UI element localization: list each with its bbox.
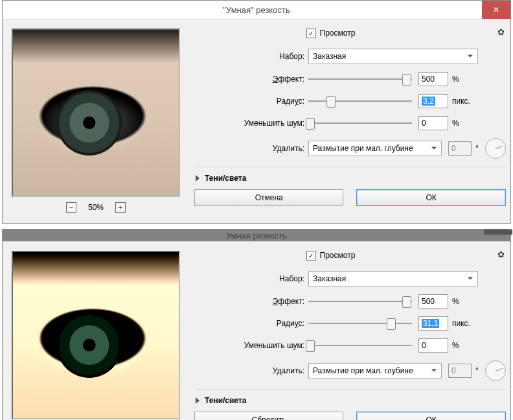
remove-label: Удалить: xyxy=(194,366,308,375)
angle-input: 0 xyxy=(448,364,472,378)
amount-input[interactable]: 500 xyxy=(418,72,448,86)
shadows-highlights-toggle[interactable]: Тени/света xyxy=(196,396,506,405)
angle-unit: ° xyxy=(475,144,479,153)
slider-thumb[interactable] xyxy=(306,340,315,352)
slider-thumb[interactable] xyxy=(306,118,315,130)
radius-unit: пикс. xyxy=(452,319,470,328)
disclosure-triangle-icon xyxy=(196,175,200,181)
slider-thumb[interactable] xyxy=(326,96,336,108)
amount-label: Эффект: xyxy=(194,75,308,84)
remove-value: Размытие при мал. глубине xyxy=(313,366,413,375)
angle-input: 0 xyxy=(448,141,472,156)
remove-select[interactable]: Размытие при мал. глубине xyxy=(308,141,442,156)
preset-value: Заказная xyxy=(313,52,346,61)
zoom-in-button[interactable]: + xyxy=(115,202,126,213)
angle-dial[interactable] xyxy=(485,138,506,159)
radius-input[interactable]: 31,1 xyxy=(418,316,448,331)
radius-slider[interactable] xyxy=(308,95,412,107)
preset-value: Заказная xyxy=(313,274,346,283)
preset-label: Набор: xyxy=(194,274,308,283)
shadows-highlights-toggle[interactable]: Тени/света xyxy=(196,174,506,183)
radius-input[interactable]: 3,2 xyxy=(418,94,448,108)
disclosure-triangle-icon xyxy=(196,397,200,404)
radius-unit: пикс. xyxy=(452,97,470,106)
preview-label: Просмотр xyxy=(320,29,356,38)
smart-sharpen-dialog-2: Умная резкость − 50% + Просмотр Набор: xyxy=(2,229,511,420)
preview-checkbox[interactable] xyxy=(306,29,316,38)
noise-input[interactable]: 0 xyxy=(418,338,448,353)
noise-slider[interactable] xyxy=(308,117,412,129)
titlebar[interactable]: "Умная" резкость ✕ xyxy=(3,1,510,19)
cancel-button[interactable]: Отмена xyxy=(194,189,343,206)
angle-dial[interactable] xyxy=(485,360,506,381)
preview-image[interactable] xyxy=(12,29,180,197)
noise-slider[interactable] xyxy=(308,340,412,351)
ok-button[interactable]: ОК xyxy=(356,412,505,420)
preview-checkbox[interactable] xyxy=(306,251,316,261)
reset-button[interactable]: Сбросить xyxy=(194,412,343,420)
zoom-level: 50% xyxy=(88,203,104,212)
ok-button[interactable]: ОК xyxy=(356,189,505,206)
preview-image[interactable] xyxy=(12,251,180,419)
slider-thumb[interactable] xyxy=(402,296,411,308)
remove-value: Размытие при мал. глубине xyxy=(313,144,413,153)
gear-icon xyxy=(497,28,505,37)
shadows-label: Тени/света xyxy=(205,396,246,405)
settings-button[interactable] xyxy=(497,250,505,259)
radius-label: Радиус: xyxy=(194,97,308,106)
remove-label: Удалить: xyxy=(194,144,308,153)
dialog-title: Умная резкость xyxy=(226,231,287,240)
remove-select[interactable]: Размытие при мал. глубине xyxy=(308,363,442,379)
eye-preview xyxy=(13,252,179,418)
smart-sharpen-dialog: "Умная" резкость ✕ − 50% + Просмотр Набо… xyxy=(2,0,511,224)
amount-unit: % xyxy=(452,75,459,84)
radius-label: Радиус: xyxy=(194,319,308,328)
dialog-title: "Умная" резкость xyxy=(223,5,290,15)
titlebar[interactable]: Умная резкость xyxy=(3,229,510,242)
preset-select[interactable]: Заказная xyxy=(308,49,478,64)
amount-slider[interactable] xyxy=(308,296,412,307)
radius-slider[interactable] xyxy=(308,318,412,329)
noise-unit: % xyxy=(452,119,459,128)
close-button[interactable]: ✕ xyxy=(482,1,510,19)
close-button[interactable] xyxy=(484,229,512,235)
amount-label: Эффект: xyxy=(194,297,308,306)
settings-button[interactable] xyxy=(497,27,505,37)
preset-select[interactable]: Заказная xyxy=(308,271,478,286)
close-icon: ✕ xyxy=(493,5,499,14)
eye-preview xyxy=(13,30,179,196)
slider-thumb[interactable] xyxy=(387,318,396,330)
amount-input[interactable]: 500 xyxy=(418,294,448,309)
preset-label: Набор: xyxy=(194,52,308,61)
preview-label: Просмотр xyxy=(320,251,356,261)
noise-label: Уменьшить шум: xyxy=(194,341,308,350)
amount-slider[interactable] xyxy=(308,73,412,85)
angle-unit: ° xyxy=(475,366,479,375)
shadows-label: Тени/света xyxy=(205,174,246,183)
amount-unit: % xyxy=(452,297,459,306)
gear-icon xyxy=(497,250,505,259)
zoom-out-button[interactable]: − xyxy=(66,202,76,213)
noise-input[interactable]: 0 xyxy=(418,116,448,130)
noise-label: Уменьшить шум: xyxy=(194,119,308,128)
noise-unit: % xyxy=(452,341,459,350)
slider-thumb[interactable] xyxy=(402,74,411,86)
